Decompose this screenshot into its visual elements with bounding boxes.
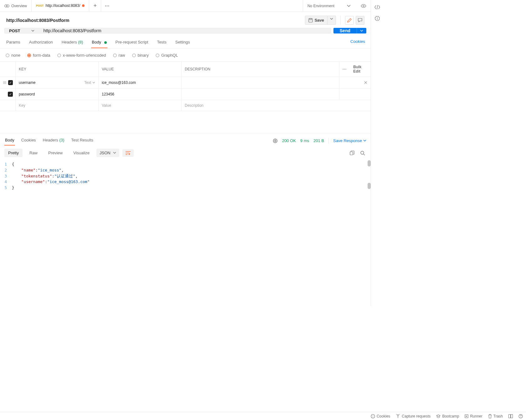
- description-input-placeholder[interactable]: Description: [182, 100, 371, 111]
- tab-method-badge: POST: [36, 4, 44, 7]
- eye-icon: [361, 4, 366, 8]
- search-button[interactable]: [359, 149, 366, 157]
- key-cell[interactable]: password: [16, 89, 99, 100]
- svg-point-13: [361, 151, 364, 154]
- request-tabs: Params Authorization Headers (8) Body Pr…: [0, 37, 371, 49]
- body-types: none form-data x-www-form-urlencoded raw…: [0, 49, 371, 61]
- method-label: POST: [9, 28, 20, 33]
- col-value: VALUE: [99, 62, 182, 77]
- wrap-lines-button[interactable]: [122, 149, 134, 157]
- body-type-raw[interactable]: raw: [113, 53, 125, 58]
- body-type-binary[interactable]: binary: [132, 53, 149, 58]
- key-value: username: [19, 80, 35, 85]
- scrollbar-thumb[interactable]: [368, 160, 371, 166]
- svg-point-3: [107, 5, 108, 6]
- table-row: ✓ password 123456: [0, 89, 371, 100]
- body-type-urlencoded[interactable]: x-www-form-urlencoded: [57, 53, 106, 58]
- send-dropdown[interactable]: [357, 28, 366, 33]
- col-key: KEY: [16, 62, 99, 77]
- bulk-edit-button[interactable]: Bulk Edit: [353, 65, 368, 74]
- svg-rect-12: [350, 152, 353, 155]
- tab-request[interactable]: POST http://localhost:8083/: [32, 0, 89, 12]
- wrap-icon: [126, 151, 131, 155]
- overview-icon: [4, 3, 9, 8]
- description-cell[interactable]: [182, 77, 339, 88]
- key-value: password: [19, 92, 35, 96]
- right-rail: [371, 0, 384, 306]
- environment-label: No Environment: [307, 4, 334, 8]
- environment-select[interactable]: No Environment: [303, 0, 355, 12]
- tabbar: Overview POST http://localhost:8083/ + N…: [0, 0, 371, 12]
- tab-more[interactable]: [101, 0, 113, 12]
- copy-button[interactable]: [348, 149, 356, 156]
- value-input-placeholder[interactable]: Value: [99, 100, 182, 111]
- send-button[interactable]: Send: [333, 28, 357, 33]
- svg-point-5: [363, 5, 364, 7]
- info-icon[interactable]: [374, 16, 380, 21]
- svg-point-1: [7, 5, 9, 7]
- row-enable-checkbox[interactable]: ✓: [8, 80, 13, 85]
- chevron-down-icon: [360, 30, 363, 32]
- tab-add[interactable]: +: [89, 0, 101, 12]
- description-cell[interactable]: [182, 89, 339, 100]
- tab-settings[interactable]: Settings: [175, 38, 191, 48]
- key-cell[interactable]: username Text: [16, 77, 99, 88]
- tab-params[interactable]: Params: [6, 38, 21, 48]
- value-cell[interactable]: 123456: [99, 89, 182, 100]
- save-dropdown[interactable]: [327, 16, 336, 25]
- more-icon: [105, 5, 109, 7]
- format-select[interactable]: JSON: [96, 149, 119, 157]
- cookies-link[interactable]: Cookies: [350, 39, 365, 47]
- url-row: POST http://localhost:8083/Postform Send: [0, 28, 371, 37]
- key-type-select[interactable]: Text: [84, 80, 95, 85]
- more-icon[interactable]: [343, 69, 346, 70]
- url-input[interactable]: http://localhost:8083/Postform: [39, 28, 331, 33]
- svg-rect-6: [309, 18, 312, 22]
- body-type-none[interactable]: none: [6, 53, 20, 58]
- chevron-down-icon: [363, 140, 366, 142]
- tab-body-indicator: [104, 41, 107, 44]
- svg-point-2: [105, 5, 106, 6]
- method-select[interactable]: POST: [4, 28, 39, 33]
- svg-point-9: [344, 69, 345, 69]
- resp-tab-headers[interactable]: Headers (3): [42, 136, 65, 146]
- save-button[interactable]: Save: [305, 16, 327, 25]
- tab-tests[interactable]: Tests: [156, 38, 167, 48]
- svg-point-10: [345, 69, 346, 69]
- drag-handle-icon[interactable]: [3, 81, 6, 85]
- network-icon[interactable]: [273, 138, 278, 143]
- chevron-down-icon: [330, 18, 333, 20]
- body-type-graphql[interactable]: GraphQL: [156, 53, 178, 58]
- tab-authorization[interactable]: Authorization: [28, 38, 54, 48]
- view-visualize[interactable]: Visualize: [70, 149, 93, 157]
- comment-button[interactable]: [356, 16, 364, 25]
- scrollbar-thumb[interactable]: [368, 183, 371, 189]
- value-cell[interactable]: ice_moss@163.com: [99, 77, 182, 88]
- environment-preview[interactable]: [358, 4, 369, 8]
- key-input-placeholder[interactable]: Key: [16, 100, 99, 111]
- col-description: DESCRIPTION: [182, 62, 339, 77]
- resp-tab-body[interactable]: Body: [4, 136, 15, 146]
- view-raw[interactable]: Raw: [26, 149, 41, 157]
- status-code: 200 OK: [282, 138, 296, 143]
- resp-tab-cookies[interactable]: Cookies: [21, 136, 37, 146]
- body-type-form-data[interactable]: form-data: [27, 53, 50, 58]
- resp-tab-test-results[interactable]: Test Results: [70, 136, 94, 146]
- response-header: Body Cookies Headers (3) Test Results 20…: [0, 133, 371, 146]
- delete-row-button[interactable]: ✕: [364, 80, 368, 85]
- tab-body-label: Body: [92, 40, 101, 44]
- tab-headers[interactable]: Headers (8): [61, 38, 84, 48]
- tab-overview-label: Overview: [11, 4, 27, 8]
- view-preview[interactable]: Preview: [44, 149, 66, 157]
- page-title: http://localhost:8083/Postform: [6, 18, 305, 23]
- tab-prerequest[interactable]: Pre-request Script: [115, 38, 149, 48]
- edit-button[interactable]: [345, 16, 354, 25]
- code-icon[interactable]: [374, 5, 380, 9]
- tab-body[interactable]: Body: [91, 38, 107, 48]
- view-pretty[interactable]: Pretty: [4, 149, 23, 157]
- tab-overview[interactable]: Overview: [0, 0, 32, 12]
- svg-point-8: [343, 69, 343, 69]
- row-enable-checkbox[interactable]: ✓: [8, 92, 13, 97]
- save-response-button[interactable]: Save Response: [333, 138, 366, 143]
- response-body[interactable]: 1{ 2 "name": "ice_moss", 3 "tokenstatus"…: [0, 160, 371, 195]
